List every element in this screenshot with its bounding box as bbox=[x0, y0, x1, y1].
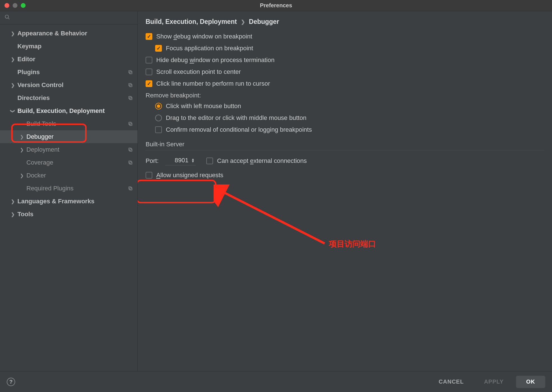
step-down-icon[interactable]: ▼ bbox=[191, 160, 194, 163]
chevron-right-icon: ❯ bbox=[10, 57, 15, 62]
help-button[interactable]: ? bbox=[7, 378, 15, 386]
checkbox-icon[interactable] bbox=[146, 80, 152, 87]
svg-rect-9 bbox=[129, 122, 131, 125]
sidebar-item-label: Appearance & Behavior bbox=[17, 30, 134, 37]
chevron-right-icon: ❯ bbox=[10, 83, 15, 88]
remove-breakpoint-label: Remove breakpoint: bbox=[146, 92, 544, 99]
option-label: Scroll execution point to center bbox=[156, 68, 241, 76]
checkbox-icon[interactable] bbox=[206, 158, 213, 164]
checkbox-icon[interactable] bbox=[146, 69, 152, 75]
preferences-window: Preferences ❯ Appearance & Behavior ❯ Ke… bbox=[0, 0, 552, 392]
sidebar-item-label: Version Control bbox=[17, 81, 127, 89]
sidebar-item-appearance-behavior[interactable]: ❯ Appearance & Behavior bbox=[0, 27, 137, 40]
sidebar-item-label: Build, Execution, Deployment bbox=[17, 107, 134, 115]
sidebar-item-debugger[interactable]: ❯ Debugger bbox=[0, 130, 137, 143]
sidebar-item-plugins[interactable]: ❯ Plugins bbox=[0, 66, 137, 79]
chevron-right-icon: ❯ bbox=[10, 31, 15, 36]
breadcrumb: Build, Execution, Deployment ❯ Debugger bbox=[146, 18, 544, 26]
ok-button[interactable]: OK bbox=[516, 376, 545, 388]
option-label: Click with left mouse button bbox=[166, 102, 241, 110]
sidebar-item-build-tools[interactable]: ❯ Build Tools bbox=[0, 117, 137, 130]
option-label: Click line number to perform run to curs… bbox=[156, 80, 270, 87]
svg-rect-10 bbox=[130, 149, 132, 151]
option-show-debug-window[interactable]: Show debug window on breakpoint bbox=[146, 33, 544, 40]
option-label: Show debug window on breakpoint bbox=[156, 33, 252, 40]
sidebar-item-label: Languages & Frameworks bbox=[17, 198, 134, 205]
port-input[interactable] bbox=[168, 157, 188, 164]
option-label: Drag to the editor or click with middle … bbox=[166, 114, 306, 122]
breadcrumb-leaf: Debugger bbox=[249, 18, 279, 26]
sidebar-item-docker[interactable]: ❯ Docker bbox=[0, 169, 137, 182]
svg-rect-12 bbox=[130, 162, 132, 164]
sidebar-item-build-execution-deployment[interactable]: ❯ Build, Execution, Deployment bbox=[0, 104, 137, 117]
scope-icon bbox=[127, 82, 134, 88]
scope-icon bbox=[127, 185, 134, 192]
steppers[interactable]: ▲ ▼ bbox=[191, 158, 194, 163]
annotation-highlight-port bbox=[138, 180, 216, 203]
footer: ? CANCEL APPLY OK bbox=[0, 371, 552, 392]
option-label: Hide debug window on process termination bbox=[156, 56, 275, 64]
sidebar: ❯ Appearance & Behavior ❯ Keymap ❯ Edito… bbox=[0, 11, 138, 371]
chevron-right-icon: ❯ bbox=[10, 212, 15, 217]
svg-rect-11 bbox=[129, 148, 131, 151]
port-label: Port: bbox=[146, 157, 159, 165]
svg-line-17 bbox=[219, 190, 325, 243]
svg-rect-13 bbox=[129, 161, 131, 163]
checkbox-icon[interactable] bbox=[146, 172, 152, 179]
radio-drag-middle[interactable]: Drag to the editor or click with middle … bbox=[155, 114, 544, 122]
scope-icon bbox=[127, 121, 134, 127]
svg-point-0 bbox=[5, 15, 9, 19]
radio-icon[interactable] bbox=[155, 103, 162, 110]
sidebar-item-directories[interactable]: ❯ Directories bbox=[0, 92, 137, 104]
radio-left-click[interactable]: Click with left mouse button bbox=[155, 102, 544, 110]
option-focus-application[interactable]: Focus application on breakpoint bbox=[155, 45, 544, 52]
breadcrumb-root[interactable]: Build, Execution, Deployment bbox=[146, 18, 237, 26]
sidebar-item-keymap[interactable]: ❯ Keymap bbox=[0, 40, 137, 53]
option-scroll-center[interactable]: Scroll execution point to center bbox=[146, 68, 544, 76]
annotation-arrow-icon bbox=[214, 184, 329, 249]
scope-icon bbox=[127, 147, 134, 153]
chevron-right-icon: ❯ bbox=[19, 173, 24, 178]
svg-rect-15 bbox=[129, 187, 131, 189]
cancel-button[interactable]: CANCEL bbox=[431, 376, 472, 388]
svg-rect-4 bbox=[130, 84, 132, 87]
checkbox-icon[interactable] bbox=[155, 126, 162, 133]
option-allow-unsigned[interactable]: Allow unsigned requests bbox=[146, 172, 544, 179]
svg-rect-8 bbox=[130, 123, 132, 126]
option-hide-on-termination[interactable]: Hide debug window on process termination bbox=[146, 56, 544, 64]
sidebar-item-tools[interactable]: ❯ Tools bbox=[0, 208, 137, 221]
svg-rect-5 bbox=[129, 83, 131, 86]
sidebar-item-label: Required Plugins bbox=[26, 185, 127, 192]
settings-panel: Build, Execution, Deployment ❯ Debugger … bbox=[138, 11, 552, 371]
option-click-line-run[interactable]: Click line number to perform run to curs… bbox=[146, 80, 544, 87]
chevron-right-icon: ❯ bbox=[19, 134, 24, 140]
sidebar-item-version-control[interactable]: ❯ Version Control bbox=[0, 79, 137, 92]
sidebar-item-label: Deployment bbox=[26, 146, 127, 153]
sidebar-item-languages-frameworks[interactable]: ❯ Languages & Frameworks bbox=[0, 195, 137, 208]
sidebar-item-editor[interactable]: ❯ Editor bbox=[0, 53, 137, 66]
checkbox-icon[interactable] bbox=[146, 57, 152, 63]
checkbox-icon[interactable] bbox=[146, 33, 152, 40]
option-label: Can accept external connections bbox=[217, 157, 307, 165]
option-label: Focus application on breakpoint bbox=[166, 45, 253, 52]
apply-button[interactable]: APPLY bbox=[476, 376, 512, 388]
content-area: ❯ Appearance & Behavior ❯ Keymap ❯ Edito… bbox=[0, 11, 552, 371]
checkbox-icon[interactable] bbox=[155, 45, 162, 52]
scope-icon bbox=[127, 95, 134, 101]
radio-icon[interactable] bbox=[155, 115, 162, 121]
settings-tree[interactable]: ❯ Appearance & Behavior ❯ Keymap ❯ Edito… bbox=[0, 25, 137, 371]
svg-line-1 bbox=[8, 18, 10, 19]
scope-icon bbox=[127, 159, 134, 166]
search-icon[interactable] bbox=[4, 14, 10, 21]
port-spinner[interactable]: ▲ ▼ bbox=[165, 156, 196, 165]
option-accept-external[interactable]: Can accept external connections bbox=[206, 157, 307, 165]
search-row bbox=[0, 11, 137, 25]
built-in-server-title: Built-in Server bbox=[146, 141, 544, 151]
sidebar-item-required-plugins[interactable]: ❯ Required Plugins bbox=[0, 182, 137, 195]
port-row: Port: ▲ ▼ Can accept external connection… bbox=[146, 156, 544, 165]
option-confirm-removal[interactable]: Confirm removal of conditional or loggin… bbox=[155, 126, 544, 133]
sidebar-item-label: Debugger bbox=[26, 133, 134, 140]
annotation-text: 项目访问端口 bbox=[329, 239, 376, 249]
sidebar-item-deployment[interactable]: ❯ Deployment bbox=[0, 143, 137, 156]
sidebar-item-coverage[interactable]: ❯ Coverage bbox=[0, 156, 137, 169]
